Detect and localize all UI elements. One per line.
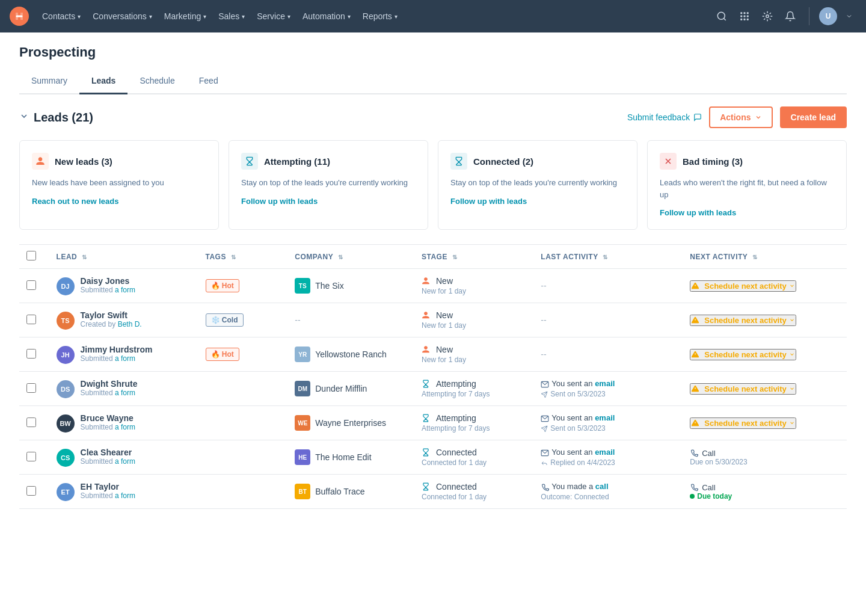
tab-summary[interactable]: Summary — [19, 70, 79, 94]
select-all-checkbox[interactable] — [26, 251, 36, 260]
company-badge: BT — [295, 484, 310, 499]
row-checkbox[interactable] — [26, 383, 36, 393]
nav-item-reports[interactable]: Reports▾ — [357, 8, 404, 25]
tab-feed[interactable]: Feed — [187, 70, 230, 94]
schedule-next-activity-btn[interactable]: Schedule next activity — [690, 280, 796, 292]
nav-item-marketing[interactable]: Marketing▾ — [158, 8, 212, 25]
lead-name[interactable]: Taylor Swift — [81, 310, 142, 320]
th-last-activity[interactable]: LAST ACTIVITY ⇅ — [533, 245, 683, 269]
due-today-dot — [690, 494, 695, 499]
create-lead-button[interactable]: Create lead — [780, 106, 847, 128]
card-link-connected[interactable]: Follow up with leads — [450, 197, 527, 206]
lead-sub: Submitted a form — [81, 423, 135, 431]
schedule-chevron-icon — [789, 351, 795, 357]
td-lead: DJ Daisy Jones Submitted a form — [49, 269, 198, 303]
settings-icon[interactable] — [758, 7, 776, 25]
lead-sub: Submitted a form — [81, 491, 135, 500]
tab-schedule[interactable]: Schedule — [127, 70, 186, 94]
lead-info: Jimmy Hurdstrom Submitted a form — [81, 345, 153, 363]
th-next-activity[interactable]: NEXT ACTIVITY ⇅ — [683, 245, 847, 269]
td-last-activity: -- — [533, 269, 683, 303]
notifications-icon[interactable] — [781, 7, 799, 25]
card-link-bad-timing[interactable]: Follow up with leads — [660, 208, 736, 217]
schedule-chevron-icon — [789, 317, 795, 323]
tab-leads[interactable]: Leads — [79, 70, 127, 94]
card-link-attempting[interactable]: Follow up with leads — [241, 197, 318, 206]
apps-icon[interactable] — [735, 7, 754, 25]
nav-icons: U — [713, 7, 856, 25]
user-avatar[interactable]: U — [819, 7, 837, 25]
hubspot-logo[interactable] — [10, 7, 29, 26]
nav-item-conversations[interactable]: Conversations▾ — [87, 8, 158, 25]
lead-name[interactable]: EH Taylor — [81, 482, 135, 491]
nav-label-conversations: Conversations — [93, 11, 147, 21]
last-activity-cell: You made a call Outcome: Connected — [541, 482, 675, 501]
row-checkbox[interactable] — [26, 280, 36, 290]
last-activity-none: -- — [541, 350, 546, 359]
td-next-activity: Schedule next activity — [683, 406, 847, 440]
nav-item-contacts[interactable]: Contacts▾ — [36, 8, 87, 25]
call-activity-cell: Call Due today — [690, 483, 840, 500]
nav-item-service[interactable]: Service▾ — [251, 8, 296, 25]
sub-link[interactable]: a form — [115, 354, 135, 363]
schedule-next-activity-btn[interactable]: Schedule next activity — [690, 417, 796, 429]
lead-name[interactable]: Clea Shearer — [81, 448, 135, 457]
lead-name[interactable]: Bruce Wayne — [81, 413, 135, 423]
card-link-new-leads[interactable]: Reach out to new leads — [32, 197, 118, 206]
schedule-next-activity-btn[interactable]: Schedule next activity — [690, 383, 796, 395]
company-name: Wayne Enterprises — [315, 418, 386, 428]
sub-link[interactable]: Beth D. — [118, 320, 142, 328]
nav-chevron-sales: ▾ — [242, 13, 245, 20]
row-checkbox[interactable] — [26, 417, 36, 427]
nav-label-service: Service — [257, 11, 285, 21]
row-checkbox[interactable] — [26, 486, 36, 496]
schedule-next-activity-btn[interactable]: Schedule next activity — [690, 315, 796, 326]
nav-item-sales[interactable]: Sales▾ — [212, 8, 251, 25]
stage-name: New — [422, 310, 526, 320]
stage-name: Attempting — [422, 379, 526, 389]
sub-link[interactable]: a form — [115, 286, 135, 294]
td-stage: New New for 1 day — [414, 269, 533, 303]
th-lead[interactable]: LEAD ⇅ — [49, 245, 198, 269]
row-checkbox[interactable] — [26, 452, 36, 461]
lead-avatar: DJ — [57, 277, 75, 295]
card-icon-connected — [450, 153, 467, 170]
card-desc-attempting: Stay on top of the leads you're currentl… — [241, 177, 416, 189]
sub-link[interactable]: a form — [115, 491, 135, 500]
table-row: JH Jimmy Hurdstrom Submitted a form 🔥 Ho… — [19, 337, 847, 372]
row-checkbox[interactable] — [26, 315, 36, 324]
sub-link[interactable]: a form — [115, 457, 135, 466]
collapse-button[interactable] — [19, 111, 29, 124]
company-badge: WE — [295, 415, 310, 431]
submit-feedback-link[interactable]: Submit feedback — [627, 112, 702, 122]
td-company: -- — [287, 303, 414, 337]
th-company[interactable]: COMPANY ⇅ — [287, 245, 414, 269]
search-icon[interactable] — [713, 7, 731, 25]
sort-last-icon: ⇅ — [603, 254, 608, 260]
lead-name[interactable]: Dwight Shrute — [81, 379, 138, 389]
account-chevron-icon[interactable] — [842, 9, 856, 23]
lead-name[interactable]: Jimmy Hurdstrom — [81, 345, 153, 354]
lead-avatar: DS — [57, 380, 75, 398]
svg-point-1 — [717, 12, 725, 19]
stage-name: Connected — [422, 448, 526, 457]
last-activity-sub: Sent on 5/3/2023 — [541, 390, 675, 398]
sub-link[interactable]: a form — [115, 389, 135, 397]
nav-label-marketing: Marketing — [164, 11, 201, 21]
schedule-next-activity-btn[interactable]: Schedule next activity — [690, 349, 796, 360]
td-lead: JH Jimmy Hurdstrom Submitted a form — [49, 337, 198, 372]
sub-link[interactable]: a form — [115, 423, 135, 431]
stage-label: Connected — [436, 448, 477, 457]
status-cards: New leads (3) New leads have been assign… — [19, 140, 847, 230]
top-navigation: Contacts▾Conversations▾Marketing▾Sales▾S… — [0, 0, 866, 32]
th-tags[interactable]: TAGS ⇅ — [198, 245, 288, 269]
card-desc-new-leads: New leads have been assigned to you — [32, 177, 206, 189]
nav-item-automation[interactable]: Automation▾ — [296, 8, 357, 25]
svg-point-11 — [766, 15, 769, 18]
td-stage: Attempting Attempting for 7 days — [414, 372, 533, 406]
th-stage[interactable]: STAGE ⇅ — [414, 245, 533, 269]
actions-button[interactable]: Actions — [709, 106, 772, 128]
company-name: Buffalo Trace — [315, 487, 364, 496]
lead-name[interactable]: Daisy Jones — [81, 276, 135, 286]
row-checkbox[interactable] — [26, 349, 36, 359]
